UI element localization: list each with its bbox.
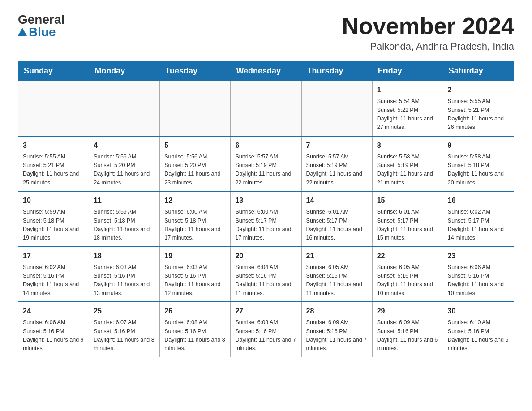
day-of-week-header: Tuesday xyxy=(160,62,231,81)
calendar-day-cell: 28Sunrise: 6:09 AM Sunset: 5:16 PM Dayli… xyxy=(301,302,372,357)
page-header: General Blue November 2024 Palkonda, And… xyxy=(18,13,514,52)
calendar-day-cell: 21Sunrise: 6:05 AM Sunset: 5:16 PM Dayli… xyxy=(301,247,372,302)
calendar-day-cell xyxy=(160,81,231,136)
day-info: Sunrise: 6:06 AM Sunset: 5:16 PM Dayligh… xyxy=(23,318,84,353)
logo-general-text: General xyxy=(18,13,64,26)
day-number: 6 xyxy=(235,140,296,151)
calendar-day-cell: 29Sunrise: 6:09 AM Sunset: 5:16 PM Dayli… xyxy=(372,302,443,357)
day-number: 21 xyxy=(306,251,368,261)
day-number: 11 xyxy=(94,195,155,206)
day-number: 22 xyxy=(377,251,438,261)
day-number: 26 xyxy=(164,306,226,317)
calendar-day-cell: 6Sunrise: 5:57 AM Sunset: 5:19 PM Daylig… xyxy=(231,136,301,192)
day-info: Sunrise: 6:08 AM Sunset: 5:16 PM Dayligh… xyxy=(164,318,226,353)
day-number: 5 xyxy=(164,140,226,151)
day-info: Sunrise: 6:06 AM Sunset: 5:16 PM Dayligh… xyxy=(448,263,509,298)
calendar-header-row: SundayMondayTuesdayWednesdayThursdayFrid… xyxy=(18,62,514,81)
calendar-week-row: 1Sunrise: 5:54 AM Sunset: 5:22 PM Daylig… xyxy=(18,81,514,136)
calendar-day-cell: 11Sunrise: 5:59 AM Sunset: 5:18 PM Dayli… xyxy=(89,191,160,247)
day-number: 16 xyxy=(448,195,509,206)
day-of-week-header: Saturday xyxy=(443,62,514,81)
day-info: Sunrise: 6:09 AM Sunset: 5:16 PM Dayligh… xyxy=(306,318,368,353)
calendar-day-cell: 18Sunrise: 6:03 AM Sunset: 5:16 PM Dayli… xyxy=(89,247,160,302)
day-of-week-header: Wednesday xyxy=(231,62,301,81)
day-number: 24 xyxy=(23,306,84,317)
day-info: Sunrise: 5:56 AM Sunset: 5:20 PM Dayligh… xyxy=(164,153,226,188)
day-number: 13 xyxy=(235,195,296,206)
calendar-day-cell: 24Sunrise: 6:06 AM Sunset: 5:16 PM Dayli… xyxy=(18,302,89,357)
day-info: Sunrise: 5:54 AM Sunset: 5:22 PM Dayligh… xyxy=(377,97,438,132)
calendar-day-cell: 2Sunrise: 5:55 AM Sunset: 5:21 PM Daylig… xyxy=(443,81,514,136)
calendar-day-cell xyxy=(89,81,160,136)
calendar-day-cell: 14Sunrise: 6:01 AM Sunset: 5:17 PM Dayli… xyxy=(301,191,372,247)
day-info: Sunrise: 5:58 AM Sunset: 5:18 PM Dayligh… xyxy=(448,153,509,188)
day-info: Sunrise: 5:56 AM Sunset: 5:20 PM Dayligh… xyxy=(94,153,155,188)
day-number: 17 xyxy=(23,251,84,261)
day-number: 4 xyxy=(94,140,155,151)
calendar-day-cell: 22Sunrise: 6:05 AM Sunset: 5:16 PM Dayli… xyxy=(372,247,443,302)
calendar-day-cell: 20Sunrise: 6:04 AM Sunset: 5:16 PM Dayli… xyxy=(231,247,301,302)
day-info: Sunrise: 5:55 AM Sunset: 5:21 PM Dayligh… xyxy=(448,97,509,132)
day-number: 28 xyxy=(306,306,368,317)
day-number: 30 xyxy=(448,306,509,317)
calendar-day-cell: 30Sunrise: 6:10 AM Sunset: 5:16 PM Dayli… xyxy=(443,302,514,357)
calendar-day-cell: 27Sunrise: 6:08 AM Sunset: 5:16 PM Dayli… xyxy=(231,302,301,357)
day-number: 3 xyxy=(23,140,84,151)
day-number: 15 xyxy=(377,195,438,206)
calendar-day-cell: 12Sunrise: 6:00 AM Sunset: 5:18 PM Dayli… xyxy=(160,191,231,247)
calendar-week-row: 10Sunrise: 5:59 AM Sunset: 5:18 PM Dayli… xyxy=(18,191,514,247)
month-title: November 2024 xyxy=(342,13,514,39)
calendar-table: SundayMondayTuesdayWednesdayThursdayFrid… xyxy=(18,61,514,357)
calendar-day-cell: 25Sunrise: 6:07 AM Sunset: 5:16 PM Dayli… xyxy=(89,302,160,357)
day-number: 23 xyxy=(448,251,509,261)
day-number: 25 xyxy=(94,306,155,317)
day-number: 1 xyxy=(377,85,438,95)
calendar-day-cell: 4Sunrise: 5:56 AM Sunset: 5:20 PM Daylig… xyxy=(89,136,160,192)
calendar-day-cell: 7Sunrise: 5:57 AM Sunset: 5:19 PM Daylig… xyxy=(301,136,372,192)
calendar-week-row: 17Sunrise: 6:02 AM Sunset: 5:16 PM Dayli… xyxy=(18,247,514,302)
calendar-day-cell: 10Sunrise: 5:59 AM Sunset: 5:18 PM Dayli… xyxy=(18,191,89,247)
day-number: 20 xyxy=(235,251,296,261)
day-info: Sunrise: 6:00 AM Sunset: 5:17 PM Dayligh… xyxy=(235,208,296,243)
day-info: Sunrise: 5:55 AM Sunset: 5:21 PM Dayligh… xyxy=(23,153,84,188)
calendar-day-cell: 5Sunrise: 5:56 AM Sunset: 5:20 PM Daylig… xyxy=(160,136,231,192)
day-info: Sunrise: 6:01 AM Sunset: 5:17 PM Dayligh… xyxy=(306,208,368,243)
day-info: Sunrise: 5:58 AM Sunset: 5:19 PM Dayligh… xyxy=(377,153,438,188)
day-of-week-header: Friday xyxy=(372,62,443,81)
day-number: 19 xyxy=(164,251,226,261)
calendar-day-cell xyxy=(301,81,372,136)
day-number: 18 xyxy=(94,251,155,261)
day-number: 10 xyxy=(23,195,84,206)
day-info: Sunrise: 6:03 AM Sunset: 5:16 PM Dayligh… xyxy=(164,263,226,298)
day-info: Sunrise: 6:05 AM Sunset: 5:16 PM Dayligh… xyxy=(306,263,368,298)
calendar-day-cell: 16Sunrise: 6:02 AM Sunset: 5:17 PM Dayli… xyxy=(443,191,514,247)
day-info: Sunrise: 6:02 AM Sunset: 5:17 PM Dayligh… xyxy=(448,208,509,243)
logo: General Blue xyxy=(18,13,64,39)
day-number: 14 xyxy=(306,195,368,206)
day-of-week-header: Sunday xyxy=(18,62,89,81)
day-info: Sunrise: 6:05 AM Sunset: 5:16 PM Dayligh… xyxy=(377,263,438,298)
day-number: 27 xyxy=(235,306,296,317)
day-info: Sunrise: 6:08 AM Sunset: 5:16 PM Dayligh… xyxy=(235,318,296,353)
calendar-day-cell: 1Sunrise: 5:54 AM Sunset: 5:22 PM Daylig… xyxy=(372,81,443,136)
day-number: 12 xyxy=(164,195,226,206)
calendar-day-cell xyxy=(18,81,89,136)
calendar-day-cell: 17Sunrise: 6:02 AM Sunset: 5:16 PM Dayli… xyxy=(18,247,89,302)
day-info: Sunrise: 6:02 AM Sunset: 5:16 PM Dayligh… xyxy=(23,263,84,298)
calendar-day-cell: 13Sunrise: 6:00 AM Sunset: 5:17 PM Dayli… xyxy=(231,191,301,247)
calendar-week-row: 24Sunrise: 6:06 AM Sunset: 5:16 PM Dayli… xyxy=(18,302,514,357)
day-number: 9 xyxy=(448,140,509,151)
day-info: Sunrise: 6:03 AM Sunset: 5:16 PM Dayligh… xyxy=(94,263,155,298)
day-info: Sunrise: 5:57 AM Sunset: 5:19 PM Dayligh… xyxy=(306,153,368,188)
calendar-day-cell: 9Sunrise: 5:58 AM Sunset: 5:18 PM Daylig… xyxy=(443,136,514,192)
day-info: Sunrise: 6:07 AM Sunset: 5:16 PM Dayligh… xyxy=(94,318,155,353)
calendar-day-cell: 26Sunrise: 6:08 AM Sunset: 5:16 PM Dayli… xyxy=(160,302,231,357)
logo-blue-label: Blue xyxy=(29,26,56,39)
calendar-day-cell: 8Sunrise: 5:58 AM Sunset: 5:19 PM Daylig… xyxy=(372,136,443,192)
day-of-week-header: Monday xyxy=(89,62,160,81)
day-info: Sunrise: 6:09 AM Sunset: 5:16 PM Dayligh… xyxy=(377,318,438,353)
day-of-week-header: Thursday xyxy=(301,62,372,81)
day-info: Sunrise: 5:59 AM Sunset: 5:18 PM Dayligh… xyxy=(94,208,155,243)
day-info: Sunrise: 6:10 AM Sunset: 5:16 PM Dayligh… xyxy=(448,318,509,353)
day-info: Sunrise: 5:57 AM Sunset: 5:19 PM Dayligh… xyxy=(235,153,296,188)
